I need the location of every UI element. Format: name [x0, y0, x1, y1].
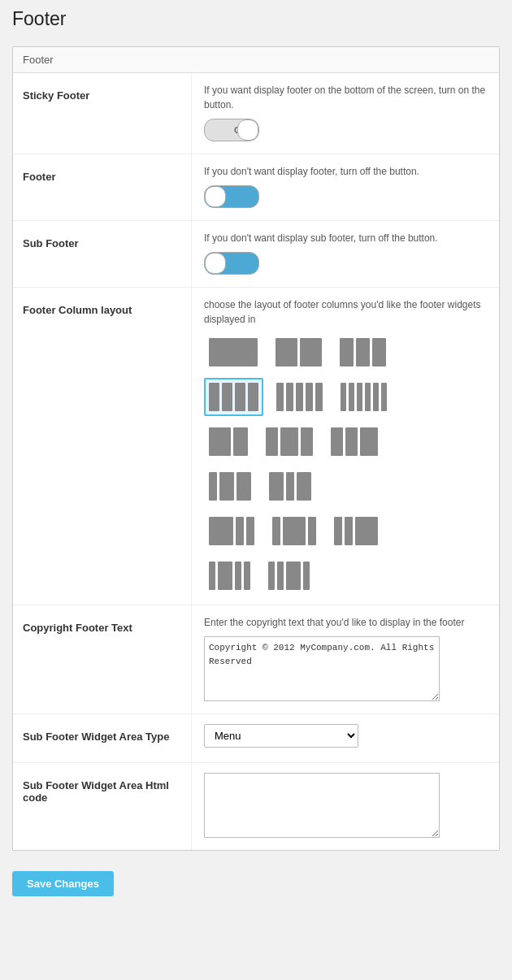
- copyright-footer-text-row: Copyright Footer Text Enter the copyrigh…: [13, 605, 499, 714]
- footer-column-layout-desc: choose the layout of footer columns you'…: [204, 297, 487, 327]
- sub-footer-row: Sub Footer If you don't want display sub…: [13, 221, 499, 288]
- sub-footer-widget-type-row: Sub Footer Widget Area Type Menu Widget: [13, 714, 499, 763]
- footer-toggle[interactable]: ON: [204, 185, 259, 208]
- layout-4col-equal[interactable]: [204, 378, 263, 416]
- sticky-footer-label: Sticky Footer: [13, 73, 192, 154]
- layout-asym-3[interactable]: [329, 512, 383, 550]
- layout-row-3: [204, 423, 487, 461]
- copyright-footer-text-desc: Enter the copyright text that you'd like…: [204, 615, 487, 630]
- sub-footer-content: If you don't want display sub footer, tu…: [192, 221, 499, 287]
- sub-footer-desc: If you don't want display sub footer, tu…: [204, 231, 487, 245]
- layout-4col-var1[interactable]: [204, 467, 256, 505]
- footer-desc: If you don't want display footer, turn o…: [204, 164, 487, 179]
- layout-5col-equal[interactable]: [336, 378, 392, 416]
- layout-asym-2[interactable]: [267, 512, 321, 550]
- footer-toggle-knob: [205, 186, 226, 207]
- layout-3col-equal[interactable]: [335, 333, 391, 371]
- copyright-footer-textarea[interactable]: [204, 636, 440, 701]
- settings-card: Footer Sticky Footer If you want display…: [12, 46, 500, 851]
- sub-footer-toggle-knob: [205, 253, 226, 274]
- sub-footer-widget-html-textarea[interactable]: [204, 773, 440, 838]
- sticky-footer-content: If you want display footer on the bottom…: [192, 73, 499, 154]
- layout-1col[interactable]: [204, 333, 263, 371]
- layout-2big-1small[interactable]: [204, 423, 253, 461]
- sticky-footer-row: Sticky Footer If you want display footer…: [13, 73, 499, 154]
- layout-1-2-1[interactable]: [261, 423, 318, 461]
- sub-footer-widget-type-select[interactable]: Menu Widget: [204, 724, 358, 748]
- footer-label: Footer: [13, 154, 192, 220]
- sticky-footer-desc: If you want display footer on the bottom…: [204, 83, 487, 112]
- footer-column-layout-row: Footer Column layout choose the layout o…: [13, 288, 499, 605]
- layout-row-2: [204, 378, 487, 416]
- copyright-footer-text-label: Copyright Footer Text: [13, 605, 192, 713]
- sub-footer-toggle[interactable]: ON: [204, 252, 259, 275]
- sticky-footer-toggle-knob: [237, 119, 258, 141]
- save-changes-button[interactable]: Save Changes: [12, 871, 114, 896]
- layout-4asym-2[interactable]: [263, 557, 315, 595]
- sub-footer-label: Sub Footer: [13, 221, 192, 287]
- sub-footer-widget-html-label: Sub Footer Widget Area Html code: [13, 763, 192, 850]
- footer-row: Footer If you don't want display footer,…: [13, 154, 499, 221]
- footer-column-layout-label: Footer Column layout: [13, 288, 192, 605]
- layout-1-1-2[interactable]: [326, 423, 383, 461]
- sub-footer-widget-html-content: [192, 763, 499, 850]
- layout-4col-thin[interactable]: [271, 378, 328, 416]
- sub-footer-widget-html-row: Sub Footer Widget Area Html code: [13, 763, 499, 850]
- layout-grid: [204, 333, 487, 595]
- layout-2col-equal[interactable]: [271, 333, 327, 371]
- sub-footer-widget-type-content: Menu Widget: [192, 714, 499, 762]
- page-title: Footer: [12, 8, 500, 34]
- copyright-footer-text-content: Enter the copyright text that you'd like…: [192, 605, 499, 713]
- layout-row-5: [204, 512, 487, 550]
- footer-column-layout-content: choose the layout of footer columns you'…: [192, 288, 499, 605]
- layout-4col-var2[interactable]: [264, 467, 316, 505]
- sub-footer-widget-type-label: Sub Footer Widget Area Type: [13, 714, 192, 762]
- layout-row-1: [204, 333, 487, 371]
- layout-4asym-1[interactable]: [204, 557, 255, 595]
- card-header: Footer: [13, 47, 499, 73]
- layout-row-6: [204, 557, 487, 595]
- layout-asym-1[interactable]: [204, 512, 259, 550]
- layout-row-4: [204, 467, 487, 505]
- footer-content: If you don't want display footer, turn o…: [192, 154, 499, 220]
- sticky-footer-toggle[interactable]: OFF: [204, 119, 259, 141]
